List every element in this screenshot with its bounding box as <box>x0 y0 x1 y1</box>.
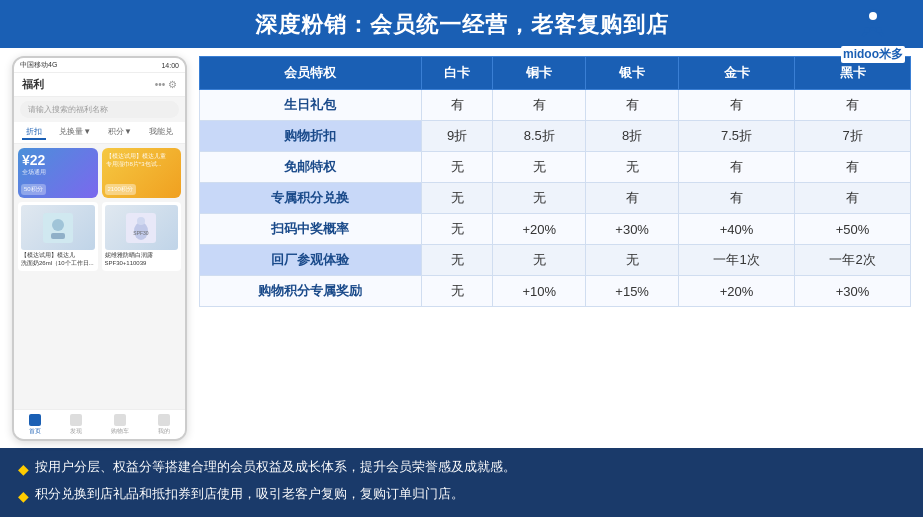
product-row: 【模达试用】模达儿洗面奶26ml（10个工作日... SPF30 妮维雅防晒白润… <box>18 202 181 271</box>
cell-value: 无 <box>421 183 493 214</box>
tab-exchange[interactable]: 兑换量▼ <box>55 125 95 140</box>
cell-value: 无 <box>421 152 493 183</box>
cell-value: +20% <box>679 276 795 307</box>
cell-value: 7折 <box>795 121 911 152</box>
cell-value: 有 <box>679 183 795 214</box>
svg-point-5 <box>52 219 64 231</box>
main-content: 中国移动4G 14:00 福利 ••• ⚙ 请输入搜索的福利名称 折扣 兑换量▼… <box>0 48 923 448</box>
col-header-white: 白卡 <box>421 57 493 90</box>
cell-value: 无 <box>586 245 679 276</box>
footer: ◆按用户分层、权益分等搭建合理的会员权益及成长体系，提升会员荣誉感及成就感。◆积… <box>0 448 923 517</box>
product-card-2: SPF30 妮维雅防晒白润露SPF30+110039 <box>102 202 182 271</box>
table-row: 购物积分专属奖励无+10%+15%+20%+30% <box>200 276 911 307</box>
cell-value: 无 <box>493 152 586 183</box>
cell-value: 9折 <box>421 121 493 152</box>
cell-value: 无 <box>586 152 679 183</box>
cell-value: 8折 <box>586 121 679 152</box>
member-privileges-table: 会员特权 白卡 铜卡 银卡 金卡 黑卡 生日礼包有有有有有购物折扣9折8.5折8… <box>199 56 911 307</box>
cell-value: 有 <box>421 90 493 121</box>
cell-value: +15% <box>586 276 679 307</box>
row-label: 专属积分兑换 <box>200 183 422 214</box>
row-label: 生日礼包 <box>200 90 422 121</box>
carrier-text: 中国移动4G <box>20 60 57 70</box>
cell-value: 8.5折 <box>493 121 586 152</box>
phone-nav-bar: 福利 ••• ⚙ <box>14 73 185 97</box>
cell-value: +30% <box>795 276 911 307</box>
cell-value: 有 <box>586 90 679 121</box>
phone-bottom-nav: 首页 发现 购物车 我的 <box>14 409 185 439</box>
cell-value: 有 <box>493 90 586 121</box>
footer-bullet-2: ◆积分兑换到店礼品和抵扣券到店使用，吸引老客户复购，复购订单归门店。 <box>18 483 905 510</box>
row-label: 免邮特权 <box>200 152 422 183</box>
row-label: 扫码中奖概率 <box>200 214 422 245</box>
col-header-silver: 银卡 <box>586 57 679 90</box>
cell-value: 无 <box>493 183 586 214</box>
cell-value: 有 <box>795 90 911 121</box>
cell-value: +10% <box>493 276 586 307</box>
footer-bullet-text: 积分兑换到店礼品和抵扣券到店使用，吸引老客户复购，复购订单归门店。 <box>35 483 464 507</box>
table-row: 购物折扣9折8.5折8折7.5折7折 <box>200 121 911 152</box>
cell-value: +30% <box>586 214 679 245</box>
svg-text:SPF30: SPF30 <box>134 230 150 236</box>
tab-points[interactable]: 积分▼ <box>104 125 136 140</box>
profile-icon <box>158 414 170 426</box>
coupon-row: ¥22 全场通用 50积分 【模达试用】模达儿童专用湿巾8片*3包试... 21… <box>18 148 181 198</box>
cell-value: 一年1次 <box>679 245 795 276</box>
cell-value: 无 <box>493 245 586 276</box>
midoo-logo-icon <box>853 4 893 44</box>
svg-point-1 <box>869 12 877 20</box>
svg-point-3 <box>876 27 882 33</box>
time-text: 14:00 <box>161 62 179 69</box>
cell-value: +40% <box>679 214 795 245</box>
cell-value: 一年2次 <box>795 245 911 276</box>
phone-search-bar[interactable]: 请输入搜索的福利名称 <box>20 101 179 118</box>
cell-value: 无 <box>421 276 493 307</box>
product-card-1: 【模达试用】模达儿洗面奶26ml（10个工作日... <box>18 202 98 271</box>
cell-value: 有 <box>679 152 795 183</box>
page-header: 深度粉销：会员统一经营，老客复购到店 midoo米多 <box>0 0 923 48</box>
bottom-nav-discover[interactable]: 发现 <box>70 414 82 436</box>
phone-body: ¥22 全场通用 50积分 【模达试用】模达儿童专用湿巾8片*3包试... 21… <box>14 144 185 279</box>
cell-value: 有 <box>586 183 679 214</box>
product-img-2: SPF30 <box>105 205 179 250</box>
bottom-nav-home[interactable]: 首页 <box>29 414 41 436</box>
bottom-nav-profile[interactable]: 我的 <box>158 414 170 436</box>
col-header-gold: 金卡 <box>679 57 795 90</box>
phone-mockup: 中国移动4G 14:00 福利 ••• ⚙ 请输入搜索的福利名称 折扣 兑换量▼… <box>12 56 187 441</box>
table-area: 会员特权 白卡 铜卡 银卡 金卡 黑卡 生日礼包有有有有有购物折扣9折8.5折8… <box>199 56 911 448</box>
table-row: 免邮特权无无无有有 <box>200 152 911 183</box>
nav-title: 福利 <box>22 77 44 92</box>
cell-value: +20% <box>493 214 586 245</box>
table-row: 扫码中奖概率无+20%+30%+40%+50% <box>200 214 911 245</box>
table-row: 生日礼包有有有有有 <box>200 90 911 121</box>
footer-bullet-text: 按用户分层、权益分等搭建合理的会员权益及成长体系，提升会员荣誉感及成就感。 <box>35 456 516 480</box>
tab-available[interactable]: 我能兑 <box>145 125 177 140</box>
col-header-privilege: 会员特权 <box>200 57 422 90</box>
product-img-1 <box>21 205 95 250</box>
phone-status-bar: 中国移动4G 14:00 <box>14 58 185 73</box>
bullet-diamond: ◆ <box>18 483 29 510</box>
col-header-bronze: 铜卡 <box>493 57 586 90</box>
search-placeholder: 请输入搜索的福利名称 <box>28 105 108 114</box>
discover-icon <box>70 414 82 426</box>
coupon-card-2: 【模达试用】模达儿童专用湿巾8片*3包试... 2100积分 <box>102 148 182 198</box>
coupon-card-1: ¥22 全场通用 50积分 <box>18 148 98 198</box>
cell-value: 有 <box>679 90 795 121</box>
tab-discount[interactable]: 折扣 <box>22 125 46 140</box>
bottom-nav-cart[interactable]: 购物车 <box>111 414 129 436</box>
phone-tabs: 折扣 兑换量▼ 积分▼ 我能兑 <box>14 122 185 144</box>
table-header-row: 会员特权 白卡 铜卡 银卡 金卡 黑卡 <box>200 57 911 90</box>
cell-value: 7.5折 <box>679 121 795 152</box>
svg-rect-9 <box>137 217 145 225</box>
cell-value: 有 <box>795 183 911 214</box>
svg-rect-6 <box>51 233 65 239</box>
cell-value: 无 <box>421 214 493 245</box>
coupon-price: ¥22 <box>22 152 94 168</box>
bullet-diamond: ◆ <box>18 456 29 483</box>
cart-icon <box>114 414 126 426</box>
nav-icons: ••• ⚙ <box>155 79 177 90</box>
cell-value: 无 <box>421 245 493 276</box>
page-title: 深度粉销：会员统一经营，老客复购到店 <box>255 12 669 37</box>
row-label: 购物折扣 <box>200 121 422 152</box>
cell-value: +50% <box>795 214 911 245</box>
